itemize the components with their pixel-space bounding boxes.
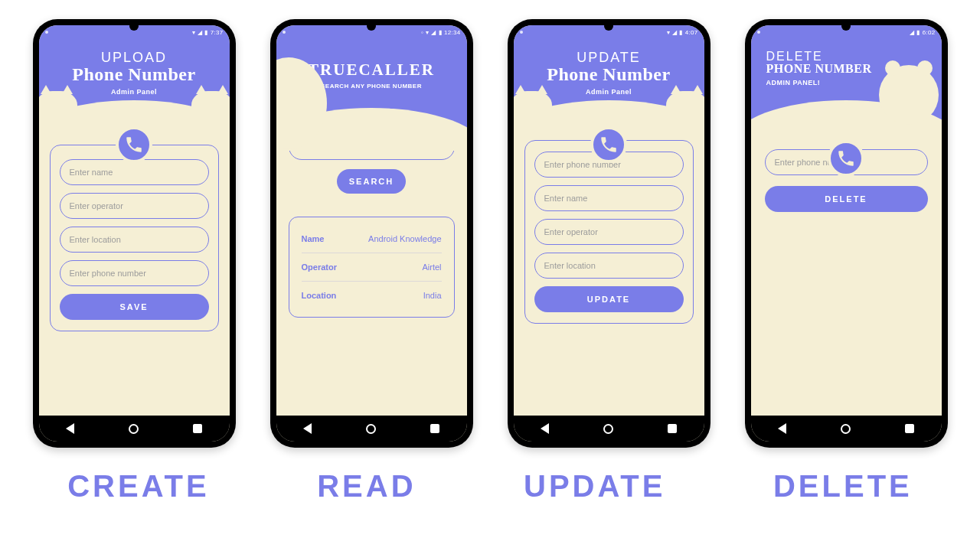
header-read: TRUECALLER SEARCH ANY PHONE NUMBER — [276, 39, 467, 129]
camera-notch — [129, 21, 139, 31]
result-value: Airtel — [422, 262, 441, 272]
search-button[interactable]: SEARCH — [337, 169, 406, 194]
location-icon: ◦ — [421, 29, 423, 36]
recents-button[interactable] — [193, 424, 202, 433]
read-body: SEARCH Name Android Knowledge Operator A… — [276, 129, 467, 318]
home-button[interactable] — [366, 424, 376, 434]
status-time: 4:07 — [685, 29, 698, 36]
result-row-location: Location India — [302, 282, 442, 309]
home-button[interactable] — [841, 424, 851, 434]
status-time: 6:02 — [923, 29, 936, 36]
screen-delete: ◢ ▮ 6:02 DELETE PHONE NUMBER ADMIN PANEL… — [751, 25, 942, 442]
form-card-create: SAVE — [50, 145, 219, 331]
result-label: Operator — [302, 262, 337, 272]
recents-button[interactable] — [668, 424, 677, 433]
header-title-1: UPLOAD — [44, 50, 225, 66]
android-navbar — [514, 416, 704, 442]
cat-left-icon — [514, 91, 552, 126]
label-create: CREATE — [67, 469, 209, 504]
battery-icon: ▮ — [204, 29, 207, 36]
status-dot — [757, 31, 760, 34]
android-navbar — [751, 416, 942, 442]
panda-icon — [879, 65, 939, 125]
signal-icon: ◢ — [672, 29, 677, 36]
label-read: READ — [317, 469, 416, 504]
phone-frame-create: ▾ ◢ ▮ 7:37 UPLOAD Phone Number Admin Pan… — [33, 19, 236, 448]
result-row-operator: Operator Airtel — [302, 253, 442, 282]
status-dot — [283, 31, 286, 34]
result-row-name: Name Android Knowledge — [302, 225, 442, 253]
back-button[interactable] — [66, 423, 74, 434]
status-dot — [45, 31, 48, 34]
location-field[interactable] — [60, 227, 209, 253]
back-button[interactable] — [541, 423, 549, 434]
status-time: 7:37 — [211, 29, 224, 36]
status-time: 12:34 — [444, 29, 461, 36]
update-button[interactable]: UPDATE — [534, 286, 684, 312]
screen-update: ▾ ◢ ▮ 4:07 UPDATE Phone Number Admin Pan… — [514, 25, 704, 442]
phone-frame-delete: ◢ ▮ 6:02 DELETE PHONE NUMBER ADMIN PANEL… — [745, 19, 948, 448]
operator-field[interactable] — [534, 219, 684, 245]
home-button[interactable] — [603, 424, 613, 434]
cat-left-icon — [39, 91, 77, 126]
recents-button[interactable] — [905, 424, 914, 433]
header-create: UPLOAD Phone Number Admin Panel — [39, 39, 230, 122]
screen-read: ◦ ▾ ◢ ▮ 12:34 TRUECALLER SEARCH ANY PHON… — [276, 25, 467, 442]
header-title-2: Phone Number — [44, 64, 225, 85]
status-dot — [520, 31, 523, 34]
header-title-1: UPDATE — [518, 50, 700, 66]
battery-icon: ▮ — [916, 29, 920, 36]
delete-button[interactable]: DELETE — [765, 186, 928, 212]
camera-notch — [604, 21, 613, 31]
phone-frame-read: ◦ ▾ ◢ ▮ 12:34 TRUECALLER SEARCH ANY PHON… — [270, 19, 473, 448]
crud-labels-row: CREATE READ UPDATE DELETE — [0, 455, 980, 504]
label-delete: DELETE — [773, 469, 913, 504]
back-button[interactable] — [303, 423, 312, 434]
form-card-update: UPDATE — [524, 140, 694, 324]
battery-icon: ▮ — [439, 29, 442, 36]
signal-icon: ◢ — [910, 29, 914, 36]
android-navbar — [39, 416, 230, 442]
save-button[interactable]: SAVE — [60, 294, 209, 320]
signal-icon: ◢ — [198, 29, 202, 36]
camera-notch — [841, 21, 851, 31]
result-label: Location — [302, 291, 337, 300]
cat-right-icon — [191, 91, 230, 126]
phone-icon — [828, 140, 864, 177]
wifi-icon: ▾ — [426, 29, 429, 36]
battery-icon: ▮ — [679, 29, 682, 36]
result-value: Android Knowledge — [368, 234, 441, 243]
name-field[interactable] — [534, 185, 684, 211]
phone-field[interactable] — [60, 260, 209, 286]
location-field[interactable] — [534, 253, 684, 279]
android-navbar — [276, 416, 467, 442]
header-title-2: Phone Number — [518, 64, 700, 85]
cat-right-icon — [666, 91, 704, 126]
result-value: India — [423, 291, 442, 300]
result-card: Name Android Knowledge Operator Airtel L… — [289, 217, 455, 318]
header-update: UPDATE Phone Number Admin Panel — [514, 39, 704, 122]
camera-notch — [367, 21, 376, 31]
wifi-icon: ▾ — [667, 29, 670, 36]
phone-icon — [590, 126, 627, 163]
phone-icon — [116, 126, 152, 163]
name-field[interactable] — [60, 159, 209, 185]
home-button[interactable] — [129, 424, 139, 434]
recents-button[interactable] — [430, 424, 439, 433]
back-button[interactable] — [778, 423, 786, 434]
header-delete: DELETE PHONE NUMBER ADMIN PANEL! — [751, 39, 942, 122]
result-label: Name — [302, 234, 325, 243]
screen-create: ▾ ◢ ▮ 7:37 UPLOAD Phone Number Admin Pan… — [39, 25, 230, 442]
label-update: UPDATE — [524, 469, 665, 504]
operator-field[interactable] — [60, 193, 209, 219]
phone-frame-update: ▾ ◢ ▮ 4:07 UPDATE Phone Number Admin Pan… — [508, 19, 710, 448]
signal-icon: ◢ — [431, 29, 436, 36]
wifi-icon: ▾ — [192, 29, 195, 36]
